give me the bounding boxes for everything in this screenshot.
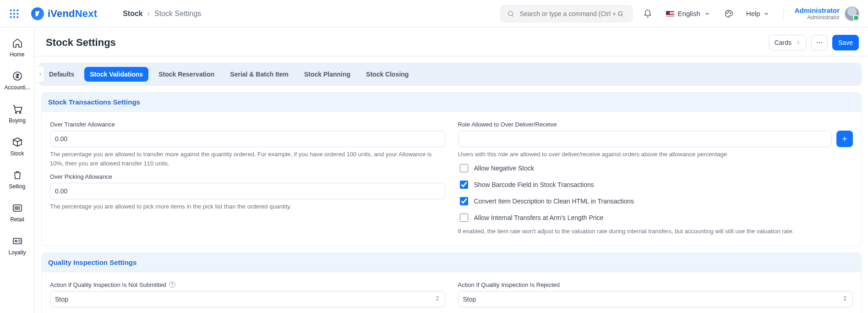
brand-logo-icon <box>31 7 44 20</box>
breadcrumb-current: Stock Settings <box>154 10 201 18</box>
more-button[interactable] <box>811 35 828 50</box>
user-name: Administrator <box>795 6 840 14</box>
sidebar-item-home[interactable]: Home <box>3 33 32 62</box>
check-label: Show Barcode Field in Stock Transactions <box>474 181 594 188</box>
check-clean-html[interactable]: Convert Item Description to Clean HTML i… <box>458 196 853 207</box>
sidebar-item-label: Loyalty <box>8 249 26 256</box>
svg-point-15 <box>19 112 21 114</box>
breadcrumb-root[interactable]: Stock <box>123 10 143 18</box>
label-qi-not-submitted: Action If Quality Inspection Is Not Subm… <box>50 281 445 288</box>
bell-icon <box>643 9 652 18</box>
brand[interactable]: iVendNext <box>31 7 97 20</box>
label-over-picking: Over Picking Allowance <box>50 173 445 180</box>
section-quality-inspection: Quality Inspection Settings Action If Qu… <box>41 253 862 313</box>
desc-arms-length: If enabled, the item rate won't adjust t… <box>458 228 853 235</box>
checkbox-show-barcode[interactable] <box>460 181 468 189</box>
select-qi-not-submitted[interactable] <box>50 291 445 308</box>
id-card-icon <box>12 236 23 247</box>
breadcrumb: Stock › Stock Settings <box>123 10 201 18</box>
help-icon[interactable]: ? <box>169 281 175 288</box>
sidebar-item-label: Retail <box>10 216 24 223</box>
avatar <box>844 6 860 22</box>
content: Stock Settings Cards Save Defa <box>35 27 868 313</box>
theme-button[interactable] <box>721 5 737 22</box>
desc-role: Users with this role are allowed to over… <box>458 150 853 159</box>
section-title: Stock Transactions Settings <box>42 93 861 112</box>
check-label: Allow Negative Stock <box>474 165 535 172</box>
col-left: Action If Quality Inspection Is Not Subm… <box>50 278 445 308</box>
user-role: Administrator <box>807 14 840 21</box>
global-search[interactable] <box>500 5 633 22</box>
check-label: Convert Item Description to Clean HTML i… <box>474 198 634 205</box>
tab-serial-batch-item[interactable]: Serial & Batch Item <box>224 67 294 82</box>
box-icon <box>12 137 23 148</box>
svg-point-14 <box>15 112 16 114</box>
input-over-picking[interactable] <box>50 183 445 199</box>
desc-over-transfer: The percentage you are allowed to transf… <box>50 150 445 168</box>
svg-point-21 <box>821 42 822 43</box>
tab-defaults[interactable]: Defaults <box>44 67 80 82</box>
svg-rect-5 <box>17 13 19 15</box>
check-arms-length[interactable]: Allow Internal Transfers at Arm's Length… <box>458 212 853 223</box>
search-input[interactable] <box>519 10 624 18</box>
sidebar-item-buying[interactable]: Buying <box>3 99 32 128</box>
user-menu[interactable]: Administrator Administrator <box>795 6 860 22</box>
svg-rect-3 <box>10 13 12 15</box>
select-qi-rejected[interactable] <box>458 291 853 308</box>
checkbox-arms-length[interactable] <box>460 214 468 222</box>
sidebar-item-retail[interactable]: Retail <box>3 198 32 227</box>
tab-stock-closing[interactable]: Stock Closing <box>360 67 414 82</box>
apps-button[interactable] <box>6 6 22 22</box>
svg-point-12 <box>730 12 731 13</box>
sidebar-item-stock[interactable]: Stock <box>3 132 32 161</box>
chevron-right-icon <box>38 71 43 77</box>
cards-label: Cards <box>775 39 792 46</box>
page-header: Stock Settings Cards Save <box>35 27 868 56</box>
check-allow-negative[interactable]: Allow Negative Stock <box>458 163 853 174</box>
brand-name: iVendNext <box>48 8 97 20</box>
language-picker[interactable]: English <box>662 10 714 17</box>
view-switcher-cards[interactable]: Cards <box>769 35 807 50</box>
sidebar-item-label: Accounti... <box>4 84 30 91</box>
help-label: Help <box>746 10 760 17</box>
sidebar-item-label: Buying <box>9 117 26 124</box>
divider <box>783 7 784 20</box>
chevron-down-icon <box>704 11 710 17</box>
check-show-barcode[interactable]: Show Barcode Field in Stock Transactions <box>458 179 853 190</box>
topbar: iVendNext Stock › Stock Settings English… <box>0 0 868 27</box>
add-role-button[interactable] <box>836 131 853 147</box>
sidebar-item-loyalty[interactable]: Loyalty <box>3 231 32 260</box>
tab-stock-planning[interactable]: Stock Planning <box>299 67 356 82</box>
tabs-collapse-toggle[interactable] <box>36 66 44 82</box>
checkbox-clean-html[interactable] <box>460 197 468 205</box>
chevron-down-icon <box>763 11 770 17</box>
tab-stock-validations[interactable]: Stock Validations <box>84 67 148 82</box>
svg-rect-0 <box>10 9 12 11</box>
section-stock-transactions: Stock Transactions Settings Over Transfe… <box>41 92 862 246</box>
search-icon <box>507 10 514 17</box>
svg-rect-7 <box>13 16 15 18</box>
input-over-transfer[interactable] <box>50 131 445 147</box>
apps-grid-icon <box>9 9 19 19</box>
bag-icon <box>12 170 23 181</box>
label-role: Role Allowed to Over Deliver/Receive <box>458 121 853 128</box>
sidebar-item-accounting[interactable]: Accounti... <box>3 66 32 95</box>
section-title: Quality Inspection Settings <box>42 253 861 272</box>
svg-point-9 <box>508 11 512 15</box>
save-button[interactable]: Save <box>832 35 859 50</box>
checkbox-allow-negative[interactable] <box>460 164 468 172</box>
caret-sort-icon <box>796 40 801 45</box>
input-role[interactable] <box>458 131 832 147</box>
svg-point-18 <box>15 240 17 242</box>
svg-point-11 <box>728 11 729 12</box>
dollar-coin-icon <box>12 71 23 82</box>
ellipsis-icon <box>816 39 823 46</box>
svg-point-19 <box>817 42 818 43</box>
flag-us-icon <box>666 11 674 16</box>
sidebar-item-selling[interactable]: Selling <box>3 165 32 194</box>
help-menu[interactable]: Help <box>743 10 772 17</box>
tab-stock-reservation[interactable]: Stock Reservation <box>153 67 220 82</box>
svg-rect-4 <box>13 13 15 15</box>
notifications-button[interactable] <box>639 5 656 22</box>
tabs: Defaults Stock Validations Stock Reserva… <box>38 63 862 86</box>
